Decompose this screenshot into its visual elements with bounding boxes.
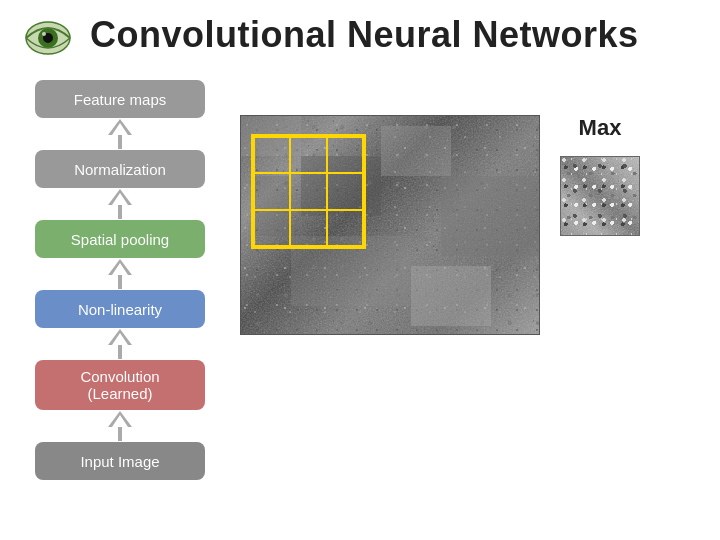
pipeline: Feature maps Normalization Spatial pooli…	[20, 80, 220, 480]
page-title: Convolutional Neural Networks	[90, 14, 639, 56]
visualization-area	[240, 115, 540, 335]
right-panel: Max	[560, 115, 640, 236]
input-image-block: Input Image	[35, 442, 205, 480]
convolution-block: Convolution (Learned)	[35, 360, 205, 410]
svg-rect-12	[561, 157, 640, 236]
yellow-grid	[251, 134, 366, 249]
svg-point-3	[42, 32, 46, 36]
max-label: Max	[579, 115, 622, 141]
spatial-pooling-block: Spatial pooling	[35, 220, 205, 258]
feature-map-container	[240, 115, 540, 335]
arrow-4	[108, 329, 132, 359]
non-linearity-block: Non-linearity	[35, 290, 205, 328]
feature-maps-block: Feature maps	[35, 80, 205, 118]
svg-rect-10	[411, 266, 491, 326]
arrow-3	[108, 259, 132, 289]
feature-map-image	[240, 115, 540, 335]
arrow-1	[108, 119, 132, 149]
svg-rect-7	[381, 126, 451, 176]
arrow-5	[108, 411, 132, 441]
normalization-block: Normalization	[35, 150, 205, 188]
main-content: Feature maps Normalization Spatial pooli…	[0, 70, 720, 480]
header: Convolutional Neural Networks	[0, 0, 720, 70]
eye-logo	[20, 10, 75, 60]
max-pool-result-image	[560, 156, 640, 236]
arrow-2	[108, 189, 132, 219]
svg-rect-8	[441, 176, 540, 256]
